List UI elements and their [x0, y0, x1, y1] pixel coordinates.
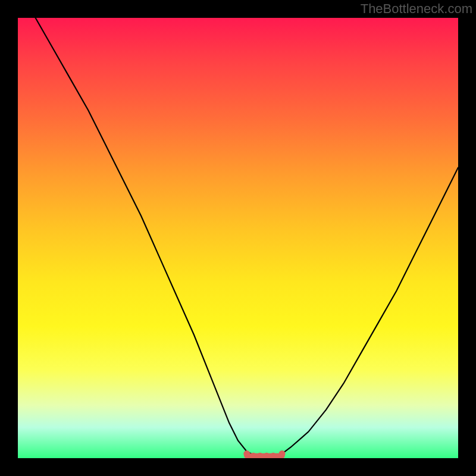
chart-frame: TheBottleneck.com [0, 0, 476, 476]
marker-dot [243, 450, 250, 457]
plot-area [18, 18, 458, 458]
bottleneck-curve [18, 18, 458, 456]
curve-layer [18, 18, 458, 458]
watermark-text: TheBottleneck.com [361, 0, 472, 18]
marker-dot [279, 450, 286, 457]
